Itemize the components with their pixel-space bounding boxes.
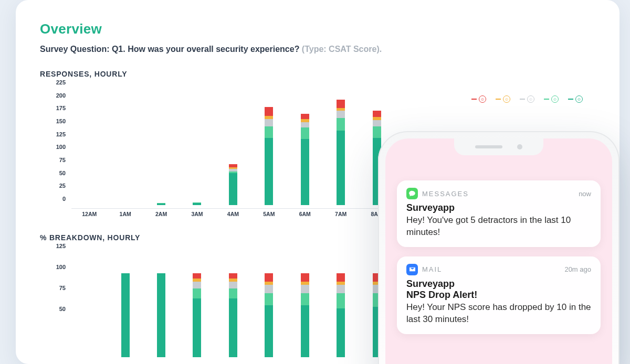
bar-column bbox=[71, 89, 107, 205]
speaker-icon bbox=[475, 145, 502, 148]
chart1-title: RESPONSES, HOURLY bbox=[40, 70, 595, 78]
bar-column bbox=[107, 252, 143, 357]
ytick: 25 bbox=[59, 183, 66, 189]
bar-segment-very-satisfied bbox=[265, 305, 273, 357]
bar-segment-very-unsatisfied bbox=[301, 114, 309, 119]
xtick: 7AM bbox=[323, 209, 359, 220]
notification-app-name: MESSAGES bbox=[422, 190, 469, 198]
bar-segment-very-unsatisfied bbox=[337, 100, 345, 108]
notification-body: Hey! Your NPS score has dropped by 10 in… bbox=[406, 302, 591, 326]
survey-question-line: Survey Question: Q1. How was your overal… bbox=[40, 45, 595, 54]
ytick: 75 bbox=[59, 157, 66, 163]
notification-time: now bbox=[579, 190, 591, 198]
ytick: 125 bbox=[56, 131, 66, 137]
notification-messages[interactable]: MESSAGES now Surveyapp Hey! You've got 5… bbox=[397, 180, 601, 247]
bar-column bbox=[179, 252, 215, 357]
bar-segment-very-satisfied bbox=[337, 308, 345, 357]
bar-segment-very-unsatisfied bbox=[265, 273, 273, 282]
notification-header: MESSAGES now bbox=[406, 188, 591, 199]
bar-column bbox=[287, 252, 323, 357]
ytick: 175 bbox=[56, 105, 66, 111]
bar-column bbox=[179, 89, 215, 205]
bar-segment-neutral bbox=[265, 119, 273, 126]
bar-segment-satisfied bbox=[301, 127, 309, 139]
ytick: 100 bbox=[56, 264, 66, 270]
ytick: 50 bbox=[59, 170, 66, 176]
bar-segment-satisfied bbox=[337, 293, 345, 308]
bar-segment-very-satisfied bbox=[157, 273, 165, 357]
bar-segment-very-unsatisfied bbox=[373, 111, 381, 117]
notification-title: Surveyapp bbox=[406, 202, 591, 213]
bar-segment-very-satisfied bbox=[337, 131, 345, 205]
bar-segment-neutral bbox=[373, 120, 381, 126]
ytick: 125 bbox=[56, 243, 66, 249]
bar-segment-very-satisfied bbox=[229, 298, 237, 357]
xtick: 3AM bbox=[179, 209, 215, 220]
bar-segment-very-satisfied bbox=[157, 204, 165, 205]
ytick: 200 bbox=[56, 92, 66, 99]
bar-column bbox=[143, 89, 179, 205]
bar-segment-neutral bbox=[229, 282, 237, 288]
ytick: 75 bbox=[59, 285, 66, 291]
bar-segment-very-satisfied bbox=[121, 273, 130, 357]
xtick: 1AM bbox=[107, 209, 143, 220]
mail-icon bbox=[406, 264, 418, 275]
bar-segment-neutral bbox=[337, 285, 345, 293]
notification-app-name: MAIL bbox=[422, 265, 442, 273]
notification-mail[interactable]: MAIL 20m ago Surveyapp NPS Drop Alert! H… bbox=[397, 256, 601, 334]
xtick: 12AM bbox=[71, 209, 107, 220]
xtick: 4AM bbox=[215, 209, 251, 220]
bar-segment-very-satisfied bbox=[229, 173, 237, 205]
bar-segment-very-unsatisfied bbox=[265, 107, 273, 116]
question-type: (Type: CSAT Score). bbox=[302, 45, 382, 53]
bar-column bbox=[251, 89, 287, 205]
xtick: 5AM bbox=[251, 209, 287, 220]
notification-subtitle: NPS Drop Alert! bbox=[406, 290, 591, 301]
bar-segment-very-satisfied bbox=[193, 203, 201, 205]
bar-column bbox=[215, 252, 251, 357]
bar-segment-satisfied bbox=[265, 293, 273, 305]
notification-header: MAIL 20m ago bbox=[406, 264, 591, 275]
bar-segment-neutral bbox=[301, 122, 309, 127]
bar-column bbox=[71, 252, 107, 357]
bar-segment-very-satisfied bbox=[193, 298, 201, 357]
chart2-yaxis: 5075100125 bbox=[40, 252, 69, 357]
bar-column bbox=[323, 252, 359, 357]
bar-column bbox=[323, 89, 359, 205]
ytick: 50 bbox=[59, 306, 66, 312]
chart1-yaxis: 0255075100125150175200225 bbox=[40, 89, 69, 205]
bar-segment-very-unsatisfied bbox=[193, 273, 201, 279]
question-text: Q1. How was your overall security experi… bbox=[112, 45, 299, 53]
bar-segment-very-unsatisfied bbox=[301, 273, 309, 282]
xtick: 6AM bbox=[287, 209, 323, 220]
phone-screen: MESSAGES now Surveyapp Hey! You've got 5… bbox=[385, 138, 612, 364]
ytick: 225 bbox=[56, 79, 66, 85]
bar-segment-very-satisfied bbox=[301, 139, 309, 205]
bar-segment-satisfied bbox=[373, 126, 381, 138]
phone-mockup: MESSAGES now Surveyapp Hey! You've got 5… bbox=[378, 131, 620, 364]
bar-segment-satisfied bbox=[301, 293, 309, 305]
bar-segment-very-satisfied bbox=[301, 305, 309, 357]
xtick: 2AM bbox=[143, 209, 179, 220]
bar-column bbox=[287, 89, 323, 205]
bar-segment-neutral bbox=[265, 285, 273, 293]
bar-segment-neutral bbox=[193, 282, 201, 288]
bar-column bbox=[143, 252, 179, 357]
notification-time: 20m ago bbox=[564, 265, 591, 273]
question-prefix: Survey Question: bbox=[40, 45, 112, 53]
bar-segment-very-unsatisfied bbox=[229, 273, 237, 279]
ytick: 100 bbox=[56, 144, 66, 150]
bar-column bbox=[215, 89, 251, 205]
camera-icon bbox=[517, 144, 522, 149]
bar-segment-satisfied bbox=[193, 288, 201, 298]
bar-segment-very-unsatisfied bbox=[337, 273, 345, 282]
bar-segment-very-satisfied bbox=[265, 138, 273, 205]
ytick: 150 bbox=[56, 118, 66, 124]
bar-segment-satisfied bbox=[337, 118, 345, 131]
bar-segment-neutral bbox=[301, 285, 309, 293]
ytick: 0 bbox=[62, 196, 66, 202]
bar-segment-neutral bbox=[337, 111, 345, 118]
bar-column bbox=[107, 89, 143, 205]
notification-title: Surveyapp bbox=[406, 279, 591, 290]
bar-segment-satisfied bbox=[265, 126, 273, 138]
